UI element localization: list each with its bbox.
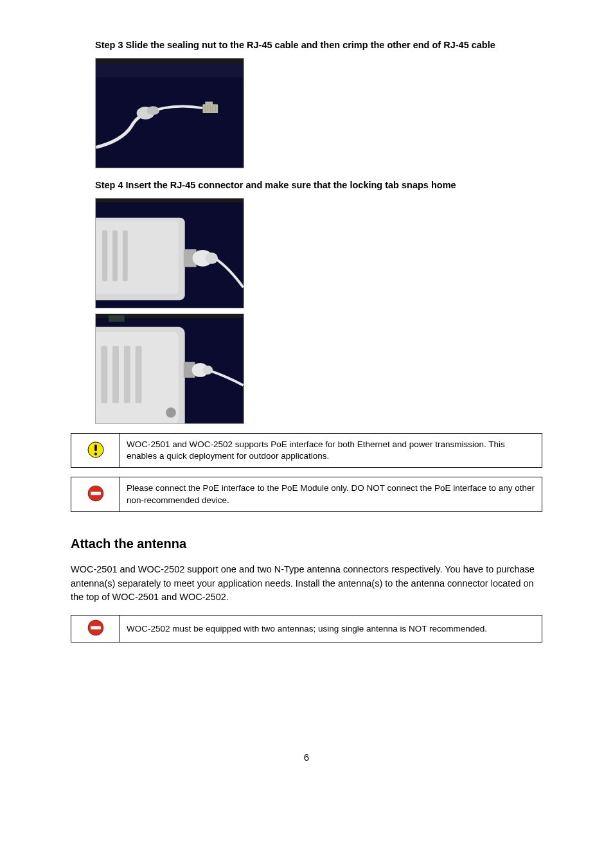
- no-entry-icon: [87, 619, 104, 638]
- no-entry-icon: [87, 485, 104, 504]
- step3-image-wrapper: [95, 58, 542, 168]
- callout-notice2-text: WOC-2502 must be equipped with two anten…: [120, 616, 542, 642]
- svg-point-31: [166, 407, 176, 418]
- step4-header: Step 4 Insert the RJ-45 connector and ma…: [71, 180, 542, 190]
- step3-text: Step 3 Slide the sealing nut to the RJ-4…: [95, 40, 495, 50]
- svg-point-34: [202, 366, 213, 375]
- svg-rect-27: [101, 346, 107, 403]
- svg-rect-13: [96, 199, 243, 202]
- svg-rect-36: [94, 445, 97, 451]
- cable-photo-svg: [96, 58, 244, 168]
- step4-text: Step 4 Insert the RJ-45 connector and ma…: [95, 180, 456, 190]
- step4-photo-b: [95, 314, 244, 424]
- step3-header: Step 3 Slide the sealing nut to the RJ-4…: [71, 40, 542, 50]
- step3-photo: [95, 58, 244, 168]
- svg-rect-6: [205, 102, 213, 105]
- svg-rect-1: [96, 58, 243, 64]
- callout-notice-1: Please connect the PoE interface to the …: [71, 477, 542, 511]
- svg-rect-39: [91, 492, 101, 495]
- callout-notice1-icon-cell: [71, 477, 120, 511]
- svg-rect-18: [123, 230, 128, 281]
- step4-photo-a: [95, 198, 244, 308]
- svg-rect-41: [91, 626, 101, 630]
- callout-caution: WOC-2501 and WOC-2502 supports PoE inter…: [71, 433, 542, 468]
- section-paragraph: WOC-2501 and WOC-2502 support one and tw…: [71, 563, 542, 605]
- step4-image-a-wrapper: [95, 198, 542, 308]
- callout-notice1-text: Please connect the PoE interface to the …: [120, 477, 542, 511]
- callout-notice2-icon-cell: [71, 616, 120, 642]
- svg-point-37: [94, 452, 97, 455]
- callout-caution-icon-cell: [71, 434, 120, 468]
- page-footer: 6: [71, 752, 542, 763]
- svg-rect-2: [96, 64, 243, 78]
- callout-notice-2: WOC-2502 must be equipped with two anten…: [71, 615, 542, 642]
- step4-image-b-wrapper: [95, 314, 542, 424]
- housing-photo-b-svg: [96, 314, 244, 423]
- housing-photo-a-svg: [96, 199, 244, 308]
- page-content: Step 3 Slide the sealing nut to the RJ-4…: [0, 40, 613, 801]
- svg-rect-29: [124, 346, 130, 403]
- svg-rect-16: [102, 230, 107, 281]
- section-title: Attach the antenna: [71, 536, 542, 551]
- svg-point-4: [147, 106, 159, 115]
- callout-caution-text: WOC-2501 and WOC-2502 supports PoE inter…: [120, 434, 542, 468]
- svg-rect-24: [109, 315, 125, 322]
- svg-rect-15: [96, 221, 179, 294]
- page-number: 6: [304, 752, 309, 763]
- svg-rect-30: [136, 346, 142, 403]
- caution-icon: [87, 441, 104, 460]
- svg-rect-28: [112, 346, 119, 403]
- svg-rect-17: [112, 230, 118, 281]
- svg-point-21: [205, 252, 218, 264]
